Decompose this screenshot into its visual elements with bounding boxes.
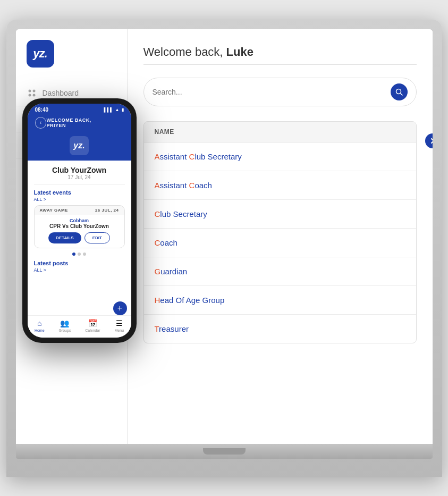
event-card-header: AWAY GAME 26 Jul, 24 [35,206,124,215]
phone-nav-groups[interactable]: 👥 Groups [58,319,71,332]
role-rest: reasurer [159,324,189,333]
phone-groups-icon: 👥 [60,319,69,327]
welcome-name: Luke [226,45,253,58]
grid-icon [27,88,37,98]
phone-overlay: 08:40 ▌▌▌ ▲ ▮ ‹ WELCOME BACK, PRIYEN [22,98,137,343]
phone-nav-calendar[interactable]: 📅 Calendar [85,319,100,332]
table-header: NAME [144,122,416,142]
sidebar-logo: yz. [27,40,54,68]
table-row[interactable]: Treasurer [144,315,416,343]
role-first-letter: H [155,296,160,305]
table-row[interactable]: Assistant Club Secretary [144,142,416,171]
phone-divider [34,184,125,185]
role-rest: lub Secretary [160,209,207,218]
phone-all-posts-link[interactable]: ALL > [34,267,125,273]
desktop-main: Welcome back, Luke NAME Assistant [128,29,433,444]
sidebar-dashboard-label: Dashboard [43,89,79,97]
event-date: 26 Jul, 24 [95,208,119,213]
role-rest: ssistant [160,152,189,161]
role-first-letter: C [155,209,160,218]
laptop-shell: yz. Dashboard [6,20,442,477]
table-row[interactable]: Guardian [144,257,416,286]
phone-club-name: Club YourZown [34,166,125,174]
role-first-letter: C [155,238,160,247]
welcome-text: Welcome back, [143,45,226,58]
phone-fab-button[interactable]: + [113,301,127,315]
phone-logo-text: yz. [73,141,84,150]
search-bar[interactable] [143,78,417,106]
phone-nav-menu[interactable]: ☰ Menu [115,319,124,332]
phone-nav-groups-label: Groups [58,329,71,332]
role-first-letter: T [155,324,159,333]
carousel-dots [34,253,125,256]
divider [143,64,417,65]
signal-icon: ▌▌▌ [104,107,113,112]
phone-nav-home-label: Home [35,329,45,332]
phone-bottom-nav: ⌂ Home 👥 Groups 📅 Calendar ☰ [28,315,131,338]
wifi-icon: ▲ [115,107,120,112]
role-first-letter: G [155,267,161,276]
phone-menu-icon: ☰ [116,319,123,327]
laptop-screen: yz. Dashboard [16,29,433,444]
phone-time: 08:40 [35,107,49,113]
phone-header: ‹ WELCOME BACK, PRIYEN [28,115,131,133]
table-row[interactable]: Assistant Coach [144,171,416,200]
role-second-letter: C [189,152,195,161]
event-team-name: Cobham [40,218,119,223]
role-first-letter: A [155,181,160,190]
phone-calendar-icon: 📅 [88,319,97,327]
svg-point-0 [28,89,31,92]
event-buttons: DETAILS EDIT [35,232,124,248]
svg-point-3 [32,94,35,96]
phone-status-icons: ▌▌▌ ▲ ▮ [104,107,124,112]
dot-inactive-2 [83,253,86,256]
event-details-button[interactable]: DETAILS [48,232,81,243]
event-match: CPR Vs Club YourZown [40,223,119,229]
laptop-bottom-bar [16,444,433,459]
role-second-rest: oach [195,181,212,190]
laptop-notch [203,448,246,455]
phone-shell: 08:40 ▌▌▌ ▲ ▮ ‹ WELCOME BACK, PRIYEN [22,98,137,343]
phone-screen: 08:40 ▌▌▌ ▲ ▮ ‹ WELCOME BACK, PRIYEN [28,104,131,338]
role-second-letter: C [189,181,195,190]
phone-header-title: WELCOME BACK, PRIYEN [46,117,112,128]
phone-latest-events-title: Latest events [34,189,125,196]
phone-logo-area: yz. [28,133,131,161]
event-edit-button[interactable]: EDIT [84,232,110,243]
search-button[interactable] [391,83,408,100]
dot-active [72,253,75,256]
role-rest: ssistant [160,181,189,190]
role-rest: ead Of Age Group [160,296,224,305]
table-row[interactable]: Club Secretary [144,200,416,229]
phone-all-events-link[interactable]: ALL > [34,197,125,202]
table-row[interactable]: Head Of Age Group [144,286,416,315]
phone-nav-menu-label: Menu [115,329,124,332]
sidebar-logo-text: yz. [33,47,47,61]
role-first-letter: A [155,152,160,161]
phone-status-bar: 08:40 ▌▌▌ ▲ ▮ [28,104,131,115]
phone-nav-calendar-label: Calendar [85,329,100,332]
phone-back-button[interactable]: ‹ [35,117,47,129]
svg-point-2 [28,94,31,96]
role-second-rest: lub Secretary [195,152,241,161]
table-header-label: NAME [155,128,174,136]
event-type: AWAY GAME [40,208,68,213]
phone-logo: yz. [70,136,89,155]
role-rest: uardian [160,267,187,276]
event-card: AWAY GAME 26 Jul, 24 Cobham CPR Vs Club … [34,205,125,248]
phone-nav-home[interactable]: ⌂ Home [35,319,45,332]
phone-content: Club YourZown 17 Jul, 24 Latest events A… [28,161,131,315]
svg-point-1 [32,89,35,92]
event-card-body: Cobham CPR Vs Club YourZown [35,215,124,232]
role-rest: oach [160,238,177,247]
phone-latest-posts-title: Latest posts [34,260,125,266]
table-row[interactable]: Coach [144,229,416,257]
phone-logo-icon: yz. [70,136,89,155]
search-input[interactable] [153,88,386,96]
welcome-heading: Welcome back, Luke [143,45,417,59]
svg-line-10 [400,93,402,95]
roles-table: NAME Assistant Club Secretary Assistant … [143,121,417,343]
dot-inactive [78,253,81,256]
battery-icon: ▮ [122,107,124,112]
phone-club-date: 17 Jul, 24 [34,174,125,180]
